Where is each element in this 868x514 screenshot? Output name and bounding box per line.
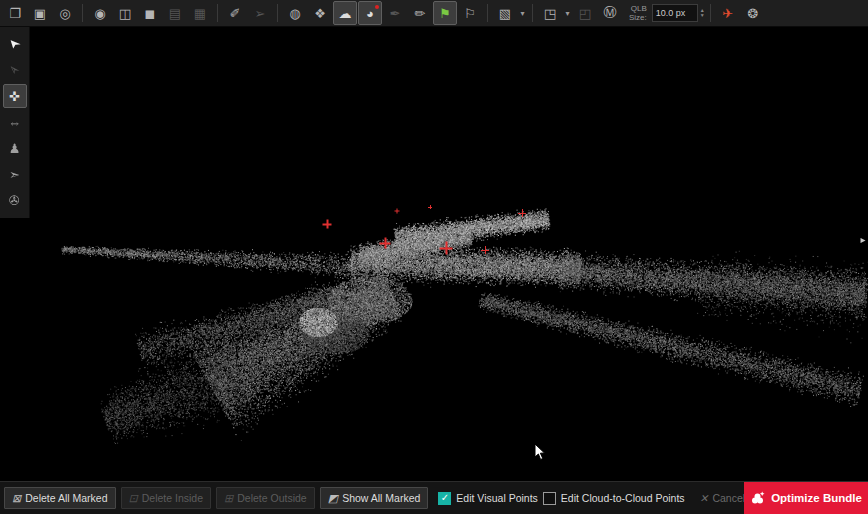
move-pin-icon[interactable]: ⚐ (458, 1, 482, 25)
box-select-icon[interactable]: ▧ (493, 1, 517, 25)
align-jet-icon[interactable]: ✈ (716, 1, 740, 25)
checkbox-checked-icon (438, 492, 451, 505)
right-panel-expander[interactable]: ▸ (858, 230, 868, 248)
delete-inside-button[interactable]: ⊡ Delete Inside (121, 487, 212, 509)
optimize-label: Optimize Bundle (771, 492, 862, 504)
person-view-tool[interactable]: ♟ (3, 136, 27, 160)
new-scene-icon[interactable]: ▣ (28, 1, 52, 25)
toolbar-separator (82, 4, 83, 22)
image-view-icon[interactable]: ▤ (163, 1, 187, 25)
optimize-bundle-button[interactable]: Optimize Bundle (744, 482, 868, 514)
measure-tool[interactable]: ⇔ (3, 110, 27, 134)
checkbox-label: Edit Cloud-to-Cloud Points (561, 492, 685, 504)
bundle-icon (750, 491, 765, 506)
recon-box-icon[interactable]: ◳ (538, 1, 562, 25)
toolbar-separator (532, 4, 533, 22)
paint-select-tool[interactable]: ✇ (3, 188, 27, 212)
close-icon: ✕ (700, 492, 709, 504)
import-icon[interactable]: ❐ (3, 1, 27, 25)
tags-icon[interactable]: ❖ (308, 1, 332, 25)
button-label: Delete Inside (142, 492, 203, 504)
button-label: Delete Outside (237, 492, 306, 504)
globe-icon[interactable]: ◍ (283, 1, 307, 25)
toolbar-separator (277, 4, 278, 22)
mouse-cursor (534, 443, 546, 465)
grid-view-icon[interactable]: ▦ (188, 1, 212, 25)
cursor-arrow-icon: ➢ (5, 61, 23, 79)
split-view-icon[interactable]: ◫ (113, 1, 137, 25)
scalpel-icon[interactable]: ✐ (223, 1, 247, 25)
delete-outside-button[interactable]: ⊞ Delete Outside (216, 487, 315, 509)
top-toolbar: ❐ ▣ ◎ ◉ ◫ ◼ ▤ ▦ ✐ ➢ ◍ ❖ ☁ ◕ ✒ ✏ ⚑ ⚐ ▧ ▾ … (0, 0, 868, 27)
delete-inside-icon: ⊡ (129, 493, 138, 504)
move-tool[interactable]: ✜ (3, 84, 27, 108)
show-marked-icon: ◩ (328, 493, 338, 504)
cancel-button[interactable]: ✕ Cancel (700, 492, 746, 504)
delete-outside-icon: ⊞ (224, 493, 233, 504)
ruler-icon[interactable]: ✒ (383, 1, 407, 25)
qlb-size-spinner[interactable]: ▲ ▼ (700, 8, 705, 18)
toolbar-separator (710, 4, 711, 22)
recon-box-dropdown[interactable]: ▾ (563, 2, 572, 24)
show-all-marked-button[interactable]: ◩ Show All Marked (320, 487, 429, 509)
checkbox-unchecked-icon (543, 492, 556, 505)
button-label: Show All Marked (342, 492, 420, 504)
cancel-label: Cancel (712, 492, 745, 504)
checkbox-label: Edit Visual Points (456, 492, 538, 504)
toolbar-separator (487, 4, 488, 22)
recon-box-alt-icon[interactable]: ◰ (573, 1, 597, 25)
camera-icon[interactable]: ◉ (88, 1, 112, 25)
brush-icon[interactable]: ✏ (408, 1, 432, 25)
control-point-pin-icon[interactable]: ⚑ (433, 1, 457, 25)
inspect-icon[interactable]: ◎ (53, 1, 77, 25)
solid-view-icon[interactable]: ◼ (138, 1, 162, 25)
point-cloud-viewport[interactable] (0, 0, 868, 514)
qlb-size-label: QLB Size: (629, 4, 647, 22)
delete-all-marked-button[interactable]: ⊠ Delete All Marked (4, 487, 116, 509)
fly-tool[interactable]: ➣ (3, 162, 27, 186)
edit-cloud-to-cloud-checkbox[interactable]: Edit Cloud-to-Cloud Points (543, 492, 685, 505)
texture-icon[interactable]: ❂ (741, 1, 765, 25)
model-m-icon[interactable]: Ⓜ (598, 1, 622, 25)
bottom-bar: ⊠ Delete All Marked ⊡ Delete Inside ⊞ De… (0, 481, 868, 514)
cursor-arrow-icon: ➤ (5, 35, 23, 53)
select-cursor-icon[interactable]: ➢ (248, 1, 272, 25)
qlb-size-input[interactable]: 10.0 px (652, 4, 698, 22)
edit-visual-points-checkbox[interactable]: Edit Visual Points (438, 492, 538, 505)
delete-marked-icon: ⊠ (12, 493, 21, 504)
button-label: Delete All Marked (25, 492, 107, 504)
smart-select-tool[interactable]: ➢ (3, 58, 27, 82)
box-select-dropdown[interactable]: ▾ (518, 2, 527, 24)
sphere-icon[interactable]: ◕ (358, 1, 382, 25)
toolbar-separator (217, 4, 218, 22)
point-cloud-icon[interactable]: ☁ (333, 1, 357, 25)
left-toolbar: ➤ ➢ ✜ ⇔ ♟ ➣ ✇ (0, 27, 30, 218)
select-tool[interactable]: ➤ (3, 32, 27, 56)
